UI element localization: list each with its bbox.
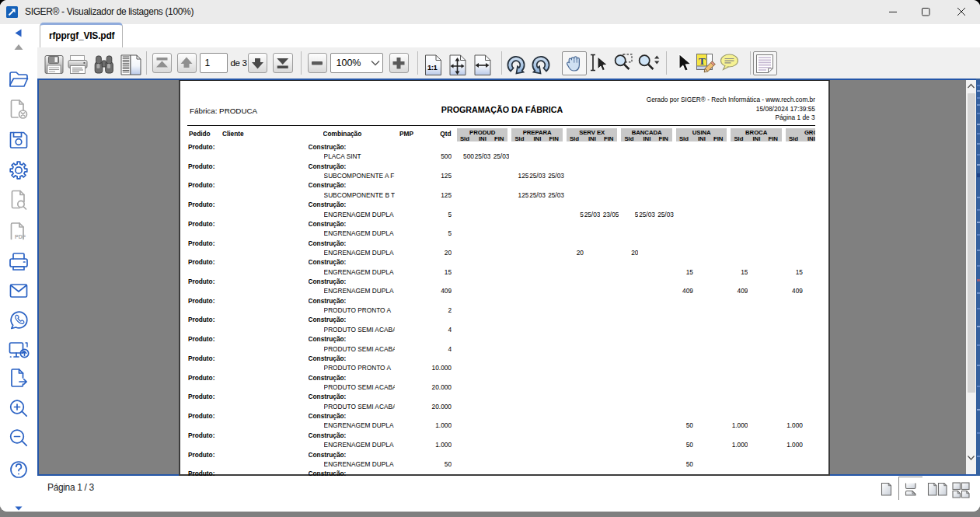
svg-text:PDF: PDF [15,234,26,239]
